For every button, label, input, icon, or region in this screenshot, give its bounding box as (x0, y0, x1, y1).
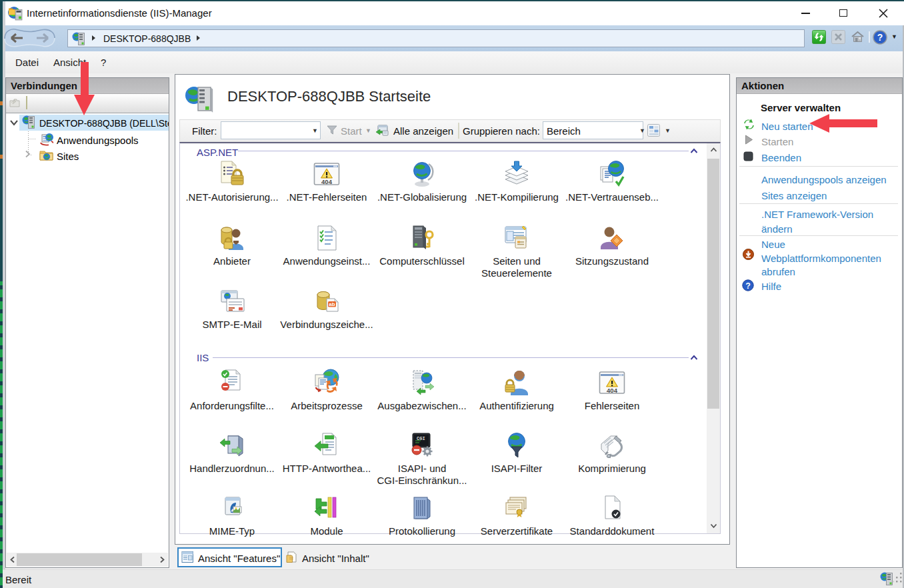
svg-text:404: 404 (321, 178, 333, 185)
svg-text:?: ? (745, 281, 751, 291)
svg-text:404: 404 (607, 387, 618, 394)
svg-text:ab: ab (329, 301, 335, 307)
svg-text:?: ? (877, 32, 883, 43)
